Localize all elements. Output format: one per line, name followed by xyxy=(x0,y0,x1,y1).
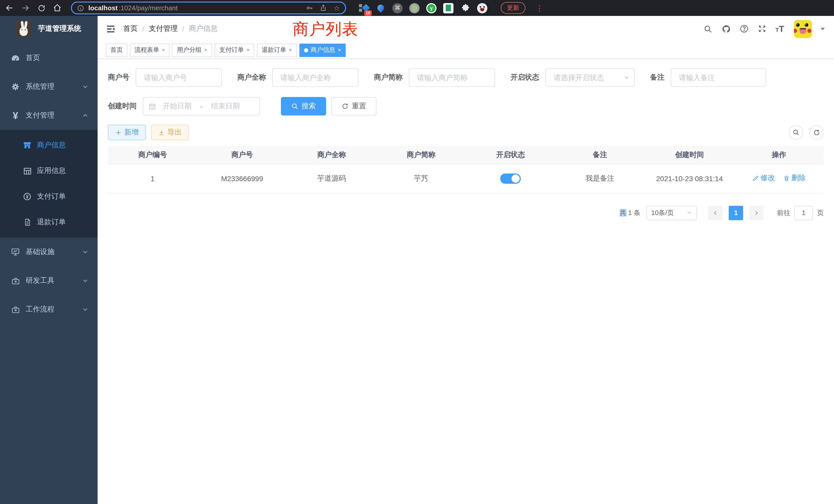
extension-profile-icon[interactable]: 1 xyxy=(409,3,420,13)
breadcrumb-pay[interactable]: 支付管理 xyxy=(149,24,178,33)
tab-home[interactable]: 首页 xyxy=(106,43,127,57)
tab-merchant-info[interactable]: 商户信息× xyxy=(300,43,346,57)
address-bar[interactable]: localhost:1024/pay/merchant ☆ xyxy=(71,2,346,14)
text-size-icon[interactable]: TT xyxy=(775,24,784,33)
breadcrumb-home[interactable]: 首页 xyxy=(123,24,138,33)
browser-back-icon[interactable] xyxy=(5,4,14,12)
extension-y-icon[interactable]: y xyxy=(426,3,437,13)
tab-process-form[interactable]: 流程表单× xyxy=(130,43,170,57)
create-time-range-picker[interactable]: 开始日期 - 结束日期 xyxy=(143,97,260,115)
sidebar-item-system[interactable]: 系统管理 xyxy=(0,72,97,101)
sidebar-item-pay[interactable]: ¥ 支付管理 xyxy=(0,101,97,130)
fullscreen-icon[interactable] xyxy=(758,24,767,33)
delete-link[interactable]: 删除 xyxy=(783,174,806,183)
sidebar-item-refund-order[interactable]: 退款订单 xyxy=(0,209,97,235)
close-icon[interactable]: × xyxy=(338,47,341,53)
add-button[interactable]: 新增 xyxy=(108,125,146,140)
browser-reload-icon[interactable] xyxy=(37,4,46,12)
user-avatar[interactable] xyxy=(794,20,812,38)
sidebar-item-label: 研发工具 xyxy=(26,276,54,285)
sidebar-item-label: 基础设施 xyxy=(26,247,54,257)
cell-merchant-id: 1 xyxy=(108,164,197,193)
password-key-icon[interactable] xyxy=(306,4,313,12)
browser-update-button[interactable]: 更新 xyxy=(501,2,525,14)
sidebar-item-merchant-info[interactable]: 商户信息 xyxy=(0,132,97,158)
remark-input[interactable] xyxy=(671,68,766,87)
extensions-puzzle-icon[interactable] xyxy=(460,3,470,13)
close-icon[interactable]: × xyxy=(246,47,250,53)
next-page-button[interactable] xyxy=(749,206,764,220)
browser-menu-icon[interactable]: ⋮ xyxy=(535,4,543,12)
merchant-no-input[interactable] xyxy=(136,68,222,87)
sidebar-item-home[interactable]: 首页 xyxy=(0,44,97,72)
pagination: 共 1 条 10条/页 1 xyxy=(108,206,824,220)
refresh-button[interactable] xyxy=(809,125,824,140)
sidebar-item-pay-order[interactable]: 支付订单 xyxy=(0,184,97,209)
tab-user-group[interactable]: 用户分组× xyxy=(172,43,212,57)
github-icon[interactable] xyxy=(722,24,731,33)
share-icon[interactable] xyxy=(320,4,327,12)
browser-home-icon[interactable] xyxy=(53,4,62,12)
start-date-placeholder[interactable]: 开始日期 xyxy=(158,101,196,111)
tags-view: 首页 流程表单× 用户分组× 支付订单× 退款订单× 商户信息× xyxy=(97,42,834,59)
full-name-input[interactable] xyxy=(272,68,358,87)
url-host: localhost xyxy=(88,4,117,12)
url-path: :1024/pay/merchant xyxy=(118,4,178,12)
sidebar: 芋道管理系统 首页 系统管理 xyxy=(0,16,97,504)
short-name-input[interactable] xyxy=(409,68,495,87)
sidebar-item-label: 退款订单 xyxy=(37,217,66,227)
header-search-icon[interactable] xyxy=(704,24,713,33)
toolbox-icon xyxy=(10,304,21,315)
breadcrumb-separator: / xyxy=(182,25,184,33)
screen: localhost:1024/pay/merchant ☆ 10 ⌘ 1 xyxy=(0,0,834,504)
end-date-placeholder[interactable]: 结束日期 xyxy=(206,101,244,111)
close-icon[interactable]: × xyxy=(289,47,292,53)
extension-doc-icon[interactable] xyxy=(443,3,454,13)
filter-label-full-name: 商户全称 xyxy=(237,73,266,82)
extension-command-icon[interactable]: ⌘ xyxy=(392,3,403,13)
filter-label-remark: 备注 xyxy=(650,73,664,82)
close-icon[interactable]: × xyxy=(204,47,207,53)
reset-button[interactable]: 重置 xyxy=(331,97,376,115)
status-select[interactable] xyxy=(545,68,635,87)
sidebar-item-app-info[interactable]: 应用信息 xyxy=(0,158,97,184)
browser-forward-icon[interactable] xyxy=(21,4,30,12)
col-merchant-id: 商户编号 xyxy=(108,146,197,164)
edit-link[interactable]: 修改 xyxy=(752,174,775,183)
toggle-search-button[interactable] xyxy=(789,125,803,140)
table-header-row: 商户编号 商户号 商户全称 商户简称 开启状态 备注 创建时间 操作 xyxy=(108,146,824,164)
goto-label: 前往 xyxy=(777,208,790,217)
page-size-select[interactable]: 10条/页 xyxy=(646,206,697,220)
monitor-icon xyxy=(10,247,21,257)
avatar-dropdown-icon[interactable] xyxy=(821,27,825,30)
search-button[interactable]: 搜索 xyxy=(281,97,326,115)
extension-emoji-icon[interactable] xyxy=(477,3,487,13)
col-actions: 操作 xyxy=(734,146,824,164)
page-number-button[interactable]: 1 xyxy=(729,206,743,220)
site-info-icon[interactable] xyxy=(77,4,84,12)
shop-icon xyxy=(23,141,32,150)
page-content: 商户号 商户全称 商户简称 开启状态 xyxy=(97,59,834,504)
close-icon[interactable]: × xyxy=(162,47,165,53)
prev-page-button[interactable] xyxy=(708,206,723,220)
tab-pay-order[interactable]: 支付订单× xyxy=(215,43,255,57)
app-logo-row[interactable]: 芋道管理系统 xyxy=(0,16,97,42)
goto-page-input[interactable] xyxy=(794,206,813,220)
extension-balloon-icon[interactable] xyxy=(375,3,386,13)
status-toggle[interactable] xyxy=(500,173,521,183)
sidebar-item-infra[interactable]: 基础设施 xyxy=(0,238,97,266)
cell-full-name: 芋道源码 xyxy=(287,164,376,193)
sidebar-item-dev-tools[interactable]: 研发工具 xyxy=(0,266,97,295)
filter-label-create-time: 创建时间 xyxy=(108,101,137,111)
help-icon[interactable] xyxy=(740,24,749,33)
tab-refund-order[interactable]: 退款订单× xyxy=(257,43,297,57)
profile-badge: 1 xyxy=(417,10,420,13)
sidebar-item-label: 工作流程 xyxy=(26,305,54,314)
extension-pieces-icon[interactable]: 10 xyxy=(358,3,369,13)
sidebar-item-workflow[interactable]: 工作流程 xyxy=(0,295,97,324)
bookmark-star-icon[interactable]: ☆ xyxy=(333,4,340,12)
document-icon xyxy=(23,217,32,227)
sidebar-collapse-icon[interactable] xyxy=(97,16,123,42)
export-button[interactable]: 导出 xyxy=(151,125,189,140)
col-remark: 备注 xyxy=(555,146,645,164)
